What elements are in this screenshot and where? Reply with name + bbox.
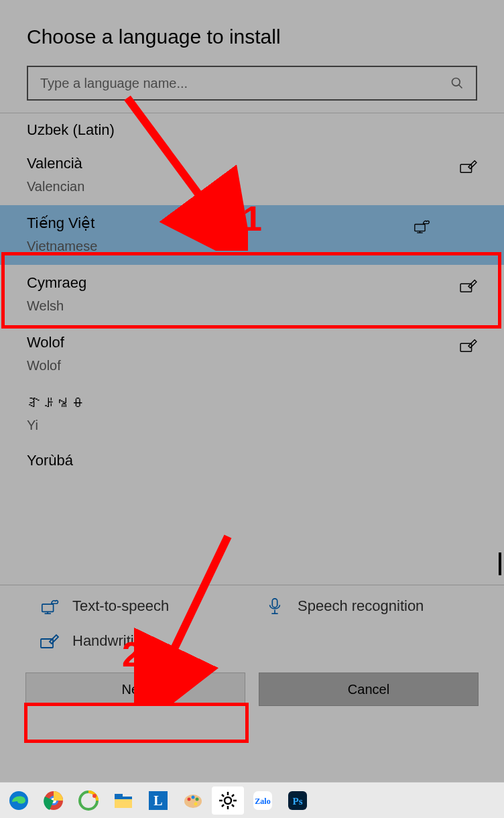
taskbar-paint[interactable] bbox=[177, 786, 209, 815]
language-list: Uzbek (Latin) Valencià Valencian Tiếng V… bbox=[0, 113, 504, 469]
svg-point-0 bbox=[452, 78, 460, 86]
search-input[interactable]: Type a language name... bbox=[27, 66, 477, 101]
language-item-valencian[interactable]: Valencià Valencian bbox=[0, 145, 504, 205]
svg-point-32 bbox=[194, 802, 198, 805]
microphone-icon bbox=[265, 597, 284, 615]
svg-line-41 bbox=[232, 795, 234, 797]
svg-rect-11 bbox=[272, 599, 277, 607]
handwriting-icon bbox=[460, 159, 477, 174]
next-button[interactable]: Next bbox=[25, 673, 245, 706]
taskbar-chrome[interactable] bbox=[38, 786, 70, 815]
language-item-uzbek[interactable]: Uzbek (Latin) bbox=[0, 113, 504, 145]
svg-point-33 bbox=[225, 797, 231, 804]
legend-handwriting: Handwriting bbox=[40, 632, 252, 650]
text-cursor bbox=[499, 552, 501, 575]
svg-text:Ps: Ps bbox=[293, 796, 303, 807]
search-icon bbox=[450, 76, 464, 90]
dialog-title: Choose a language to install bbox=[0, 0, 504, 66]
svg-line-40 bbox=[222, 805, 224, 807]
language-item-yoruba[interactable]: Yorùbá bbox=[0, 444, 504, 469]
taskbar-edge[interactable] bbox=[3, 786, 35, 815]
svg-point-22 bbox=[92, 794, 97, 798]
svg-point-29 bbox=[188, 797, 191, 801]
language-item-wolof[interactable]: Wolof Wolof bbox=[0, 325, 504, 384]
language-item-welsh[interactable]: Cymraeg Welsh bbox=[0, 265, 504, 325]
legend-speech: Speech recognition bbox=[265, 597, 477, 615]
language-install-dialog: Choose a language to install Type a lang… bbox=[0, 0, 504, 818]
taskbar-zalo[interactable]: Zalo bbox=[247, 786, 279, 815]
handwriting-icon bbox=[460, 278, 477, 293]
svg-rect-8 bbox=[42, 604, 54, 611]
svg-rect-3 bbox=[415, 224, 425, 231]
svg-point-31 bbox=[196, 797, 199, 801]
text-to-speech-icon bbox=[413, 219, 430, 233]
legend-tts: Text-to-speech bbox=[40, 597, 252, 615]
svg-text:Zalo: Zalo bbox=[255, 797, 270, 806]
svg-rect-25 bbox=[115, 797, 132, 799]
legend-panel: Text-to-speech Speech recognition Handwr… bbox=[0, 585, 504, 706]
svg-line-39 bbox=[232, 805, 234, 807]
svg-text:L: L bbox=[153, 793, 162, 808]
handwriting-icon bbox=[460, 338, 477, 353]
svg-line-38 bbox=[222, 795, 224, 797]
taskbar-file-explorer[interactable] bbox=[107, 786, 139, 815]
taskbar-coccoc[interactable] bbox=[72, 786, 105, 815]
cancel-button[interactable]: Cancel bbox=[259, 673, 479, 706]
svg-line-1 bbox=[459, 85, 462, 89]
taskbar-app-l[interactable]: L bbox=[142, 786, 174, 815]
language-item-yi[interactable]: ꆈꌠꁱꂷ Yi bbox=[0, 384, 504, 444]
handwriting-icon bbox=[40, 632, 59, 650]
svg-point-30 bbox=[192, 795, 195, 799]
language-item-vietnamese[interactable]: Tiếng Việt Vietnamese bbox=[0, 205, 504, 265]
text-to-speech-icon bbox=[40, 597, 59, 615]
taskbar-photoshop[interactable]: Ps bbox=[281, 786, 314, 815]
search-placeholder: Type a language name... bbox=[40, 76, 188, 91]
taskbar: L Zalo Ps bbox=[0, 782, 504, 818]
taskbar-settings[interactable] bbox=[212, 786, 244, 815]
